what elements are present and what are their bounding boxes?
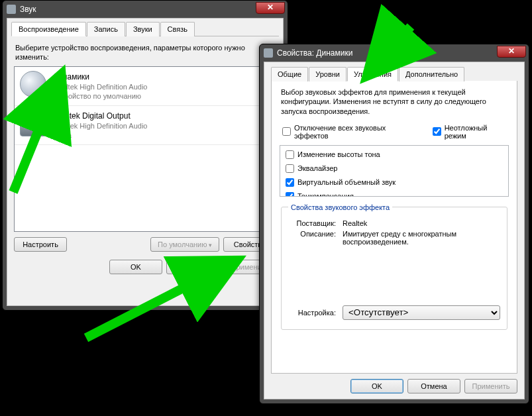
window-body: Воспроизведение Запись Звуки Связь Выбер… (7, 18, 284, 306)
list-item[interactable]: Тонкомпенсация (283, 190, 505, 197)
setting-row: Настройка: <Отсутствует> (288, 305, 500, 320)
tab-sounds[interactable]: Звуки (126, 22, 160, 36)
device-sub: Realtek High Definition Audio (53, 121, 147, 130)
device-name: Realtek Digital Output (53, 111, 147, 122)
close-icon[interactable]: ✕ (256, 2, 285, 14)
dialog-buttons: OK Отмена Применить (14, 260, 276, 274)
instructions: Выберите устройство воспроизведения, пар… (15, 43, 275, 62)
effects-list[interactable]: Изменение высоты тона Эквалайзер Виртуал… (280, 145, 509, 197)
list-item[interactable]: Виртуальный объемный звук (283, 176, 505, 189)
window-icon (7, 5, 16, 14)
tab-advanced[interactable]: Дополнительно (399, 67, 464, 81)
tab-enhancements[interactable]: Улучшения (347, 67, 398, 81)
global-options: Отключение всех звуковых эффектов Неотло… (280, 123, 509, 141)
effect-checkbox[interactable] (286, 164, 294, 173)
window-title: Свойства: Динамики (277, 48, 352, 58)
window-body: Общие Уровни Улучшения Дополнительно Выб… (264, 62, 525, 399)
effect-checkbox[interactable] (286, 178, 294, 187)
list-item[interactable]: Изменение высоты тона (283, 148, 505, 161)
setting-select[interactable]: <Отсутствует> (343, 305, 500, 320)
immediate-mode-checkbox[interactable] (433, 127, 441, 136)
provider-value: Realtek (343, 219, 500, 227)
device-buttons: Настроить По умолчанию Свойства (14, 237, 276, 252)
list-item[interactable]: Эквалайзер (283, 162, 505, 175)
disable-all-effects-checkbox[interactable] (282, 127, 291, 136)
description-label: Описание: (288, 230, 343, 246)
sound-window: Звук ✕ Воспроизведение Запись Звуки Связ… (2, 0, 288, 311)
setting-label: Настройка: (288, 309, 343, 317)
ok-button[interactable]: OK (109, 260, 162, 274)
tab-communications[interactable]: Связь (160, 22, 195, 36)
tab-playback[interactable]: Воспроизведение (11, 22, 86, 36)
panel-description: Выбор звуковых эффектов для применения к… (281, 87, 507, 116)
window-title: Звук (20, 5, 36, 14)
configure-button[interactable]: Настроить (14, 237, 67, 252)
list-item[interactable]: Realtek Digital Output Realtek High Defi… (15, 106, 276, 145)
device-sub: Realtek High Definition Audio (53, 82, 147, 91)
provider-label: Поставщик: (288, 219, 343, 227)
window-icon (264, 48, 273, 58)
immediate-mode[interactable]: Неотложный режим (430, 124, 509, 140)
tab-bar: Общие Уровни Улучшения Дополнительно (271, 66, 517, 81)
tab-levels[interactable]: Уровни (309, 67, 346, 81)
speaker-icon (20, 71, 46, 97)
ok-button[interactable]: OK (350, 379, 403, 393)
disable-all-effects[interactable]: Отключение всех звуковых эффектов (280, 124, 418, 140)
effect-checkbox[interactable] (286, 192, 294, 197)
titlebar[interactable]: Звук ✕ (3, 1, 288, 18)
device-name: Динамики (53, 72, 147, 83)
titlebar[interactable]: Свойства: Динамики ✕ (260, 44, 529, 62)
close-icon[interactable]: ✕ (497, 46, 526, 58)
device-status: Устройство по умолчанию (53, 91, 147, 101)
device-status: Готов (53, 131, 147, 140)
tab-bar: Воспроизведение Запись Звуки Связь (11, 21, 279, 36)
effect-properties-group: Свойства звукового эффекта Поставщик: Re… (281, 203, 507, 330)
properties-window: Свойства: Динамики ✕ Общие Уровни Улучше… (259, 44, 529, 404)
device-list[interactable]: Динамики Realtek High Definition Audio У… (14, 66, 276, 232)
apply-button[interactable]: Применить (464, 379, 517, 393)
set-default-button[interactable]: По умолчанию (150, 237, 219, 252)
description-value: Имитирует среду с многократным воспроизв… (343, 230, 500, 246)
dialog-buttons: OK Отмена Применить (271, 379, 517, 393)
effect-checkbox[interactable] (286, 150, 294, 159)
group-title: Свойства звукового эффекта (288, 203, 392, 211)
enhancements-panel: Выбор звуковых эффектов для применения к… (271, 81, 517, 374)
cancel-button[interactable]: Отмена (407, 379, 460, 393)
default-check-icon (36, 87, 48, 99)
cancel-button[interactable]: Отмена (166, 260, 219, 274)
list-item[interactable]: Динамики Realtek High Definition Audio У… (15, 67, 276, 106)
tab-general[interactable]: Общие (271, 67, 308, 81)
digital-output-icon (20, 110, 46, 136)
tab-recording[interactable]: Запись (87, 22, 125, 36)
